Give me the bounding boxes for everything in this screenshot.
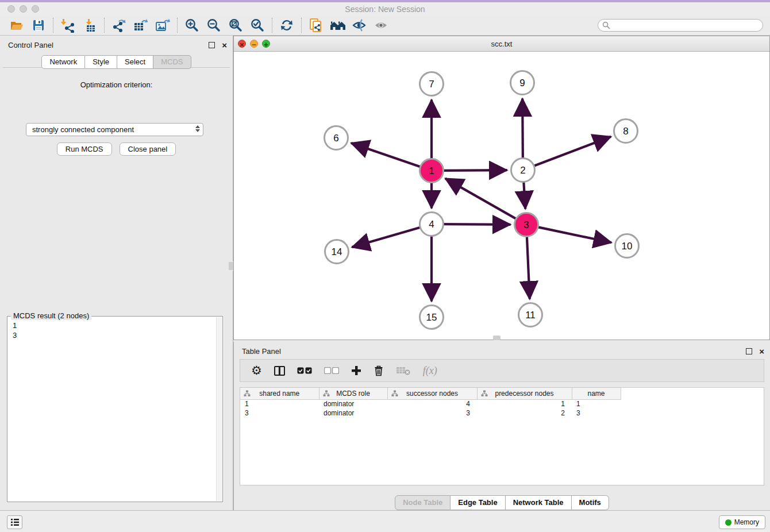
mcds-panel: Optimization criterion: strongly connect… [3, 67, 230, 506]
tab-style[interactable]: Style [85, 55, 117, 69]
graph-edge-2-8[interactable] [533, 137, 611, 167]
column-type-icon [244, 390, 251, 397]
run-mcds-button[interactable]: Run MCDS [57, 142, 112, 156]
table-cell[interactable]: 2 [477, 408, 572, 418]
graph-node-10[interactable]: 10 [615, 234, 639, 258]
table-cell[interactable]: 4 [387, 399, 477, 408]
zoom-selected-icon [250, 18, 265, 33]
duplicate-network-button[interactable] [305, 17, 327, 34]
graph-node-15[interactable]: 15 [420, 306, 444, 329]
search-field[interactable] [598, 19, 763, 32]
open-session-button[interactable] [6, 17, 28, 34]
zoom-out-icon [206, 18, 221, 33]
save-session-button[interactable] [28, 17, 49, 34]
float-panel-icon[interactable] [209, 42, 215, 48]
graph-node-7[interactable]: 7 [420, 72, 444, 96]
graph-edge-4-14[interactable] [352, 227, 421, 247]
graph-edge-4-3[interactable] [442, 224, 510, 225]
show-columns-button[interactable] [274, 366, 285, 376]
memory-button[interactable]: Memory [719, 515, 765, 529]
graph-node-2[interactable]: 2 [511, 159, 535, 182]
zoom-out-button[interactable] [203, 17, 225, 34]
graph-edge-3-11[interactable] [527, 235, 530, 299]
optimization-criterion-label: Optimization criterion: [3, 80, 230, 89]
table-cell[interactable]: 1 [572, 399, 621, 408]
delete-column-button[interactable] [374, 365, 384, 376]
memory-status-icon [725, 519, 732, 526]
search-icon [602, 21, 610, 29]
zoom-selected-button[interactable] [247, 17, 268, 34]
graph-node-14[interactable]: 14 [325, 240, 349, 264]
import-network-button[interactable] [57, 17, 79, 34]
tab-select[interactable]: Select [117, 55, 153, 69]
table-cell[interactable]: 3 [240, 408, 319, 418]
graph-node-4[interactable]: 4 [420, 213, 444, 236]
graph-node-8[interactable]: 8 [614, 119, 638, 143]
tab-node-table[interactable]: Node Table [395, 495, 451, 510]
criterion-value: strongly connected component [32, 125, 134, 134]
table-cell[interactable]: 3 [387, 408, 477, 418]
column-header-predecessor-nodes[interactable]: predecessor nodes [477, 388, 572, 399]
graph-node-6[interactable]: 6 [325, 126, 348, 150]
graph-node-9[interactable]: 9 [511, 71, 534, 95]
horizontal-splitter-handle[interactable] [493, 336, 500, 340]
graph-node-11[interactable]: 11 [519, 303, 542, 327]
table-settings-button[interactable]: ⚙ [251, 365, 262, 376]
column-header-name[interactable]: name [572, 388, 621, 399]
graph-edge-2-3[interactable] [523, 180, 525, 209]
table-cell[interactable]: dominator [319, 408, 387, 418]
column-header-MCDS-role[interactable]: MCDS role [319, 388, 387, 399]
graph-edge-3-10[interactable] [537, 227, 611, 242]
refresh-view-button[interactable] [276, 17, 298, 34]
control-panel-title: Control Panel [8, 41, 209, 49]
graph-edge-2-9[interactable] [522, 98, 523, 159]
add-column-button[interactable] [351, 365, 361, 376]
table-cell[interactable]: 3 [572, 408, 621, 418]
network-canvas[interactable]: 7968124314101511 [234, 52, 769, 340]
tab-motifs[interactable]: Motifs [572, 495, 609, 510]
graph-edge-1-2[interactable] [442, 170, 507, 171]
export-image-button[interactable] [152, 17, 174, 34]
tab-mcds[interactable]: MCDS [153, 55, 191, 69]
import-table-button[interactable] [79, 17, 101, 34]
tab-network[interactable]: Network [41, 55, 85, 69]
table-row[interactable]: 1dominator411 [240, 399, 621, 408]
deselect-all-columns-button[interactable] [324, 367, 339, 374]
export-network-button[interactable] [108, 17, 130, 34]
tab-edge-table[interactable]: Edge Table [451, 495, 505, 510]
graph-edge-3-1[interactable] [445, 179, 517, 219]
vertical-splitter-handle[interactable] [229, 261, 233, 271]
search-input[interactable] [613, 21, 763, 29]
network-window-titlebar[interactable]: scc.txt [234, 36, 769, 52]
select-all-columns-button[interactable] [297, 367, 312, 374]
zoom-in-button[interactable] [181, 17, 203, 34]
export-table-button[interactable] [130, 17, 152, 34]
node-label: 4 [429, 219, 434, 230]
float-table-panel-icon[interactable] [746, 348, 752, 354]
column-header-successor-nodes[interactable]: successor nodes [387, 388, 477, 399]
tab-network-table[interactable]: Network Table [506, 495, 572, 510]
task-history-button[interactable] [7, 515, 22, 529]
status-bar: Memory [0, 510, 770, 532]
mcds-result-text[interactable]: 1 3 [9, 318, 215, 500]
close-table-panel-icon[interactable]: × [759, 348, 764, 354]
table-cell[interactable]: 1 [477, 399, 572, 408]
close-panel-icon[interactable]: × [222, 42, 227, 48]
column-header-shared-name[interactable]: shared name [240, 388, 319, 399]
hide-graphics-details-button[interactable] [349, 17, 371, 34]
close-panel-button[interactable]: Close panel [120, 142, 176, 156]
graph-node-3[interactable]: 3 [515, 213, 538, 237]
columns-icon [274, 366, 285, 376]
zoom-fit-icon [228, 18, 243, 33]
table-cell[interactable]: 1 [240, 399, 319, 408]
zoom-fit-button[interactable] [225, 17, 247, 34]
table-cell[interactable]: dominator [319, 399, 387, 408]
control-panel-tabs: Network Style Select MCDS [0, 55, 233, 69]
table-row[interactable]: 3dominator323 [240, 408, 621, 418]
criterion-select[interactable]: strongly connected component [26, 123, 203, 136]
result-scrollbar[interactable] [216, 317, 222, 501]
node-label: 14 [332, 246, 342, 257]
graph-edge-1-6[interactable] [351, 143, 421, 167]
graph-node-1[interactable]: 1 [420, 159, 444, 183]
home-button[interactable] [327, 17, 349, 34]
